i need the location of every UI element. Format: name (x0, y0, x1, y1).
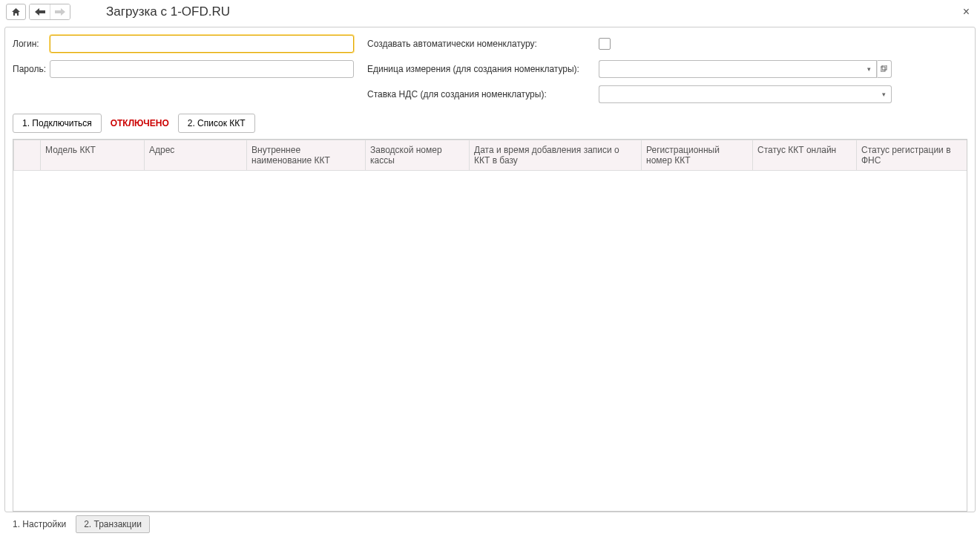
tab-transactions[interactable]: 2. Транзакции (76, 515, 150, 533)
svg-rect-0 (881, 67, 885, 71)
vat-label: Ставка НДС (для создания номенклатуры): (367, 89, 599, 99)
table-header-row: Модель ККТ Адрес Внутреннее наименование… (14, 140, 968, 171)
close-icon: × (963, 5, 970, 18)
chevron-down-icon: ▾ (867, 65, 871, 73)
svg-rect-1 (882, 65, 887, 70)
col-serial[interactable]: Заводской номер кассы (366, 140, 470, 171)
nav-group (29, 4, 70, 20)
page-title: Загрузка с 1-OFD.RU (106, 4, 230, 19)
vat-input[interactable] (599, 85, 877, 103)
bottom-tabs: 1. Настройки 2. Транзакции (4, 515, 976, 533)
col-fns-status[interactable]: Статус регистрации в ФНС (857, 140, 968, 171)
kkt-table[interactable]: Модель ККТ Адрес Внутреннее наименование… (13, 139, 967, 512)
col-address[interactable]: Адрес (145, 140, 247, 171)
login-label: Логин: (13, 39, 50, 49)
col-added-at[interactable]: Дата и время добавления записи о ККТ в б… (470, 140, 642, 171)
connect-button[interactable]: 1. Подключиться (13, 114, 102, 133)
password-label: Пароль: (13, 64, 50, 74)
password-input[interactable] (50, 60, 354, 78)
close-button[interactable]: × (958, 5, 974, 19)
login-input[interactable] (50, 35, 354, 53)
vat-combo: ▾ (599, 85, 892, 103)
chevron-down-icon: ▾ (882, 91, 886, 98)
unit-label: Единица измерения (для создания номенкла… (367, 64, 599, 74)
open-icon (881, 65, 888, 73)
connection-status: ОТКЛЮЧЕНО (108, 118, 172, 128)
kkt-list-button[interactable]: 2. Список ККТ (178, 114, 255, 133)
forward-button[interactable] (50, 4, 70, 19)
auto-create-checkbox[interactable] (599, 38, 611, 50)
unit-open-button[interactable] (877, 60, 892, 78)
col-online-status[interactable]: Статус ККТ онлайн (753, 140, 857, 171)
col-internal-name[interactable]: Внутреннее наименование ККТ (247, 140, 366, 171)
unit-combo: ▾ (599, 60, 892, 78)
home-button[interactable] (6, 4, 26, 20)
arrow-left-icon (35, 8, 45, 16)
col-checkbox[interactable] (14, 140, 41, 171)
home-icon (11, 7, 21, 16)
arrow-right-icon (55, 8, 65, 16)
vat-dropdown-button[interactable]: ▾ (877, 85, 892, 103)
back-button[interactable] (30, 4, 50, 19)
tab-settings[interactable]: 1. Настройки (4, 515, 74, 533)
auto-create-label: Создавать автоматически номенклатуру: (367, 39, 599, 49)
col-reg-number[interactable]: Регистрационный номер ККТ (642, 140, 753, 171)
unit-dropdown-button[interactable]: ▾ (862, 60, 877, 78)
main-frame: Логин: Пароль: Создавать автоматически н… (4, 27, 976, 512)
unit-input[interactable] (599, 60, 862, 78)
col-model[interactable]: Модель ККТ (41, 140, 145, 171)
